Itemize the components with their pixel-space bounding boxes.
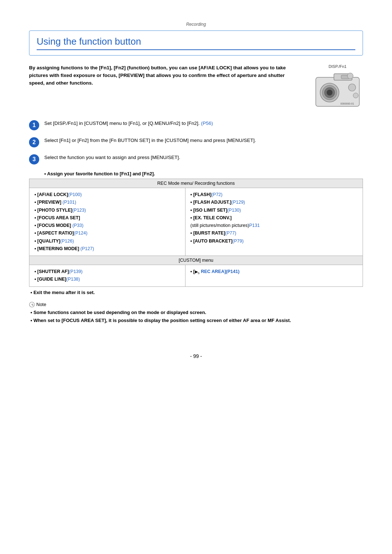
svg-point-6 <box>348 84 356 91</box>
link-p141[interactable]: REC AREA](P141) <box>200 269 240 274</box>
item-focus-mode: • [FOCUS MODE] <box>34 223 71 228</box>
item-still-motion: (still pictures/motion pictures) <box>191 223 249 228</box>
link-p100[interactable]: (P100) <box>68 192 82 197</box>
item-shutter-af: • [SHUTTER AF] <box>34 269 69 274</box>
custom-menu-header: [CUSTOM] menu <box>29 256 363 265</box>
item-focus-area-set: • [FOCUS AREA SET] <box>34 215 80 220</box>
rec-mode-header: REC Mode menu/ Recording functions <box>29 179 363 188</box>
link-p131[interactable]: P131 <box>249 223 260 228</box>
note-section: ✎ Note • Some functions cannot be used d… <box>29 302 363 324</box>
link-p77[interactable]: (P77) <box>225 231 236 236</box>
assign-note: • Assign your favorite function to [Fn1]… <box>44 171 363 176</box>
svg-text:0000000-01: 0000000-01 <box>340 102 354 105</box>
svg-text:✎: ✎ <box>31 303 34 307</box>
rec-col-2: • [FLASH](P72) • [FLASH ADJUST.](P129) •… <box>185 188 363 256</box>
step-2-content: Select [Fn1] or [Fn2] from the [Fn BUTTO… <box>44 137 256 144</box>
item-flash-adjust: • [FLASH ADJUST.] <box>191 200 232 205</box>
intro-row: By assigning functions to the [Fn1], [Fn… <box>29 64 363 111</box>
link-p129[interactable]: (P129) <box>232 200 245 205</box>
rec-col-1: • [AF/AE LOCK](P100) • [PREVIEW] (P101) … <box>29 188 185 256</box>
section-box: Using the function button <box>29 30 363 56</box>
item-burst-rate: • [BURST RATE] <box>191 231 225 236</box>
link-p130[interactable]: (P130) <box>227 208 241 213</box>
step-2: 2 Select [Fn1] or [Fn2] from the [Fn BUT… <box>29 137 363 147</box>
note-text: • Some functions cannot be used dependin… <box>30 309 363 324</box>
step-3-number: 3 <box>29 154 39 164</box>
step-1-content: Set [DISP./Fn1] in [CUSTOM] menu to [Fn1… <box>44 120 213 127</box>
svg-point-8 <box>347 73 353 79</box>
link-p124[interactable]: (P124) <box>74 231 87 236</box>
link-p127[interactable]: (P127) <box>81 246 94 251</box>
svg-point-5 <box>327 90 332 95</box>
section-title: Using the function button <box>37 36 355 50</box>
note-item-2: • When set to [FOCUS AREA SET], it is po… <box>30 317 363 324</box>
steps-container: 1 Set [DISP./Fn1] in [CUSTOM] menu to [F… <box>29 120 363 164</box>
rec-area-icon: ▶S <box>195 269 200 274</box>
link-p33[interactable]: (P33) <box>72 223 83 228</box>
note-item-1: • Some functions cannot be used dependin… <box>30 309 363 316</box>
note-pencil-icon: ✎ <box>29 302 35 307</box>
page-header: Recording <box>29 22 363 27</box>
camera-diagram: DISP./Fn1 0 <box>312 64 363 111</box>
item-auto-bracket: • [AUTO BRACKET] <box>191 239 233 244</box>
step-1-link[interactable]: (P56) <box>201 121 213 126</box>
link-p138[interactable]: (P138) <box>66 277 80 282</box>
camera-illustration: 0000000-01 <box>312 70 363 111</box>
svg-point-9 <box>353 93 358 98</box>
custom-col-1: • [SHUTTER AF](P139) • [GUIDE LINE](P138… <box>29 265 185 287</box>
link-p79[interactable]: (P79) <box>233 239 244 244</box>
step-2-number: 2 <box>29 137 39 147</box>
item-flash: • [FLASH] <box>191 192 212 197</box>
note-label: Note <box>36 302 46 307</box>
item-rec-area: • [ <box>191 269 195 274</box>
item-preview: • [PREVIEW] <box>34 200 61 205</box>
link-p123[interactable]: (P123) <box>72 208 86 213</box>
link-p72[interactable]: (P72) <box>211 192 222 197</box>
item-guide-line: • [GUIDE LINE] <box>34 277 66 282</box>
link-p139[interactable]: (P139) <box>69 269 83 274</box>
item-af-ae-lock: • [AF/AE LOCK] <box>34 192 68 197</box>
step-1-number: 1 <box>29 120 39 130</box>
item-iso-limit-set: • [ISO LIMIT SET] <box>191 208 228 213</box>
item-quality: • [QUALITY] <box>34 239 60 244</box>
camera-label: DISP./Fn1 <box>328 64 346 69</box>
item-photo-style: • [PHOTO STYLE] <box>34 208 72 213</box>
item-metering-mode: • [METERING MODE] <box>34 246 79 251</box>
item-ex-tele-conv: • [EX. TELE CONV.] <box>191 215 232 220</box>
note-icon-row: ✎ Note <box>29 302 46 307</box>
exit-note: • Exit the menu after it is set. <box>30 290 363 295</box>
step-3: 3 Select the function you want to assign… <box>29 154 363 164</box>
link-p126[interactable]: (P126) <box>60 239 74 244</box>
link-p101[interactable]: (P101) <box>62 200 76 205</box>
item-aspect-ratio: • [ASPECT RATIO] <box>34 231 74 236</box>
intro-text: By assigning functions to the [Fn1], [Fn… <box>29 64 301 87</box>
page-number: - 99 - <box>29 353 363 359</box>
step-3-content: Select the function you want to assign a… <box>44 154 180 162</box>
function-table: REC Mode menu/ Recording functions • [AF… <box>29 179 363 287</box>
step-1: 1 Set [DISP./Fn1] in [CUSTOM] menu to [F… <box>29 120 363 130</box>
custom-col-2: • [▶S REC AREA](P141) <box>185 265 363 287</box>
